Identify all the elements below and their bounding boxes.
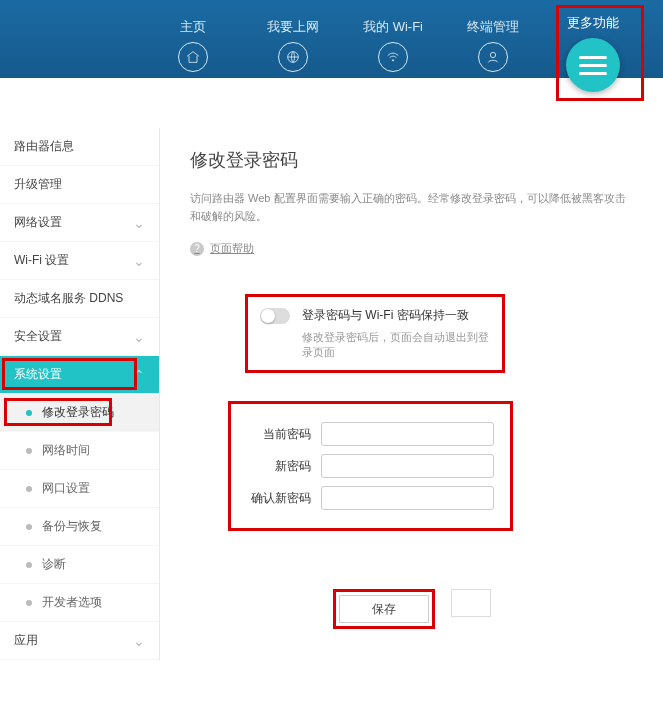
current-password-label: 当前密码 — [247, 426, 311, 443]
current-password-input[interactable] — [321, 422, 494, 446]
page-description: 访问路由器 Web 配置界面需要输入正确的密码。经常修改登录密码，可以降低被黑客… — [190, 190, 633, 225]
toggle-title: 登录密码与 Wi-Fi 密码保持一致 — [302, 307, 469, 324]
password-form: 当前密码 新密码 确认新密码 — [228, 401, 513, 531]
globe-icon — [278, 42, 308, 72]
main-content: 修改登录密码 访问路由器 Web 配置界面需要输入正确的密码。经常修改登录密码，… — [160, 128, 663, 660]
page-help-label: 页面帮助 — [210, 241, 254, 256]
chevron-down-icon: ⌄ — [133, 633, 145, 649]
bullet-icon — [26, 600, 32, 606]
new-password-label: 新密码 — [247, 458, 311, 475]
bullet-icon — [26, 410, 32, 416]
confirm-password-label: 确认新密码 — [247, 490, 311, 507]
page-help-link[interactable]: ? 页面帮助 — [190, 241, 254, 256]
sidebar-item-security[interactable]: 安全设置⌄ — [0, 318, 159, 356]
toggle-subtitle: 修改登录密码后，页面会自动退出到登录页面 — [302, 330, 490, 360]
bullet-icon — [26, 524, 32, 530]
sidebar-item-router-info[interactable]: 路由器信息 — [0, 128, 159, 166]
chevron-down-icon: ⌄ — [133, 329, 145, 345]
nav-home-label: 主页 — [143, 18, 243, 36]
chevron-up-icon: ⌃ — [133, 367, 145, 383]
sidebar-sub-change-password[interactable]: 修改登录密码 — [0, 394, 159, 432]
sync-password-toggle[interactable] — [260, 308, 290, 324]
nav-clients[interactable]: 终端管理 — [443, 0, 543, 78]
user-icon — [478, 42, 508, 72]
svg-point-1 — [392, 60, 393, 61]
highlight-more — [557, 6, 643, 100]
sidebar-sub-developer[interactable]: 开发者选项 — [0, 584, 159, 622]
wifi-icon — [378, 42, 408, 72]
nav-home[interactable]: 主页 — [143, 0, 243, 78]
confirm-password-input[interactable] — [321, 486, 494, 510]
nav-wifi-label: 我的 Wi-Fi — [343, 18, 443, 36]
save-button[interactable]: 保存 — [339, 595, 429, 623]
sidebar-item-wifi[interactable]: Wi-Fi 设置⌄ — [0, 242, 159, 280]
action-row: 保存 — [190, 589, 633, 629]
chevron-down-icon: ⌄ — [133, 253, 145, 269]
bullet-icon — [26, 562, 32, 568]
highlight-save: 保存 — [333, 589, 435, 629]
question-icon: ? — [190, 242, 204, 256]
home-icon — [178, 42, 208, 72]
nav-internet[interactable]: 我要上网 — [243, 0, 343, 78]
sidebar-sub-backup[interactable]: 备份与恢复 — [0, 508, 159, 546]
sidebar-sub-network-time[interactable]: 网络时间 — [0, 432, 159, 470]
svg-point-2 — [490, 52, 495, 57]
bullet-icon — [26, 448, 32, 454]
layout: 路由器信息 升级管理 网络设置⌄ Wi-Fi 设置⌄ 动态域名服务 DDNS 安… — [0, 128, 663, 660]
sidebar-item-system[interactable]: 系统设置 ⌃ — [0, 356, 159, 394]
nav-internet-label: 我要上网 — [243, 18, 343, 36]
sidebar-sub-port[interactable]: 网口设置 — [0, 470, 159, 508]
sidebar: 路由器信息 升级管理 网络设置⌄ Wi-Fi 设置⌄ 动态域名服务 DDNS 安… — [0, 128, 160, 660]
sidebar-item-ddns[interactable]: 动态域名服务 DDNS — [0, 280, 159, 318]
sidebar-item-upgrade[interactable]: 升级管理 — [0, 166, 159, 204]
bullet-icon — [26, 486, 32, 492]
chevron-down-icon: ⌄ — [133, 215, 145, 231]
sidebar-sub-diagnose[interactable]: 诊断 — [0, 546, 159, 584]
sidebar-item-network[interactable]: 网络设置⌄ — [0, 204, 159, 242]
sidebar-item-apps[interactable]: 应用⌄ — [0, 622, 159, 660]
nav-clients-label: 终端管理 — [443, 18, 543, 36]
new-password-input[interactable] — [321, 454, 494, 478]
secondary-button[interactable] — [451, 589, 491, 617]
toggle-panel: 登录密码与 Wi-Fi 密码保持一致 修改登录密码后，页面会自动退出到登录页面 — [245, 294, 505, 373]
top-nav: 主页 我要上网 我的 Wi-Fi 终端管理 更多功能 — [0, 0, 663, 78]
nav-wifi[interactable]: 我的 Wi-Fi — [343, 0, 443, 78]
page-title: 修改登录密码 — [190, 148, 633, 172]
